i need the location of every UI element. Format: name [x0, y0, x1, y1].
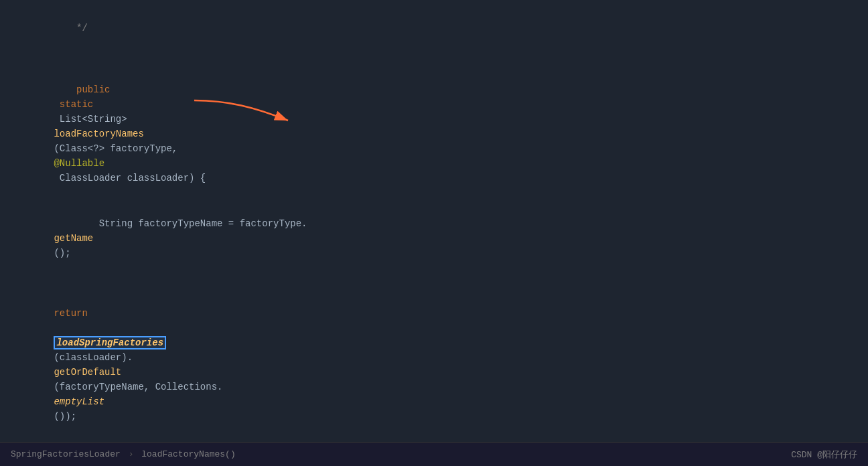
- code-line-4: String factoryTypeName = factoryType. ge…: [0, 201, 868, 276]
- breadcrumb-method: loadFactoryNames(): [141, 449, 235, 459]
- breadcrumb-separator: ›: [129, 449, 134, 459]
- code-line-3: public static List<String> loadFactoryNa…: [0, 67, 868, 201]
- status-right-text: CSDN @阳仔仔仔: [791, 449, 857, 461]
- breadcrumb-class: SpringFactoriesLoader: [11, 449, 121, 459]
- breadcrumb: SpringFactoriesLoader › loadFactoryNames…: [11, 449, 236, 459]
- code-area: */ public static List<String> loadFactor…: [0, 0, 868, 442]
- code-line-1: */: [0, 5, 868, 51]
- status-bar: SpringFactoriesLoader › loadFactoryNames…: [0, 442, 868, 466]
- code-line-5: return loadSpringFactories (classLoader)…: [0, 276, 868, 439]
- load-spring-factories-ref: loadSpringFactories: [54, 336, 166, 350]
- code-line-2: [0, 51, 868, 67]
